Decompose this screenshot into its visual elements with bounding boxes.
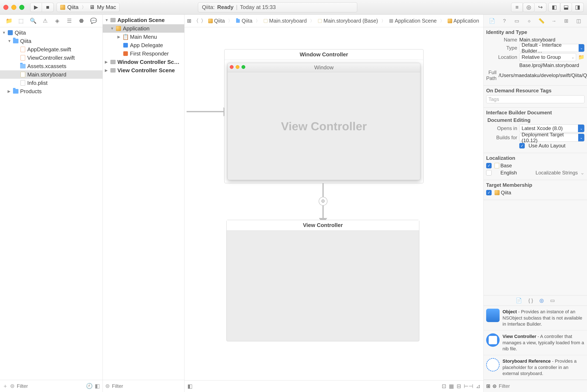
view-controller-scene-box[interactable]: View Controller bbox=[226, 220, 419, 341]
jump-seg-2[interactable]: Main.storyboard bbox=[263, 18, 307, 24]
app-icon bbox=[60, 5, 65, 10]
identity-inspector-tab[interactable]: ▭ bbox=[513, 17, 521, 25]
library-view-mode-icon[interactable]: ⊞ bbox=[486, 383, 490, 389]
loc-base-checkbox[interactable]: ✓ bbox=[486, 163, 492, 168]
stop-button[interactable]: ■ bbox=[42, 3, 54, 12]
close-window-button[interactable] bbox=[3, 5, 9, 10]
target-qiita-checkbox[interactable]: ✓ bbox=[486, 190, 492, 195]
scheme-selector[interactable]: Qiita 〉 🖥 My Mac bbox=[57, 3, 120, 12]
attributes-inspector-tab[interactable]: ⟐ bbox=[525, 17, 533, 25]
debug-navigator-tab[interactable]: ☰ bbox=[65, 17, 74, 25]
symbol-navigator-tab[interactable]: ⬚ bbox=[17, 17, 25, 25]
loc-english-checkbox[interactable] bbox=[486, 170, 492, 176]
assistant-editor-button[interactable]: ◎ bbox=[523, 3, 535, 12]
test-navigator-tab[interactable]: ◈ bbox=[53, 17, 61, 25]
window-controller-scene-box[interactable]: Window Controller Window View Controller bbox=[224, 49, 423, 183]
navigator-tabs: 📁 ⬚ 🔍 ⚠ ◈ ☰ ⬣ 💬 bbox=[0, 15, 103, 27]
file-viewcontroller[interactable]: ViewController.swift bbox=[0, 54, 103, 62]
resolve-button[interactable]: ⊿ bbox=[476, 383, 480, 390]
file-appdelegate[interactable]: AppDelegate.swift bbox=[0, 45, 103, 54]
window-preview[interactable]: Window View Controller bbox=[227, 63, 420, 180]
group-qiita[interactable]: ▼Qiita bbox=[0, 37, 103, 45]
document-outline-tree[interactable]: ▼Application Scene ▼Application ▶📋Main M… bbox=[103, 15, 184, 380]
zoom-actual-button[interactable]: ⊡ bbox=[442, 383, 446, 390]
location-dropdown[interactable]: Relative to Group⌄ bbox=[519, 53, 576, 61]
library-item-object[interactable]: Object - Provides an instance of an NSOb… bbox=[484, 306, 587, 330]
object-library-tab[interactable]: ◎ bbox=[539, 298, 544, 304]
containment-segue-icon[interactable]: ⚙ bbox=[319, 197, 328, 206]
odr-tags-input[interactable]: Tags bbox=[486, 95, 584, 103]
name-value[interactable]: Main.storyboard bbox=[519, 37, 584, 43]
buildsfor-dropdown[interactable]: Deployment Target (10.12)⌄ bbox=[519, 134, 584, 142]
group-products[interactable]: ▶Products bbox=[0, 87, 103, 96]
scene-view-controller[interactable]: ▶View Controller Scene bbox=[103, 66, 184, 74]
type-dropdown[interactable]: Default - Interface Builder…⌄ bbox=[519, 44, 584, 52]
scm-filter-icon[interactable]: ◧ bbox=[95, 383, 100, 389]
navigator-filter-input[interactable] bbox=[17, 383, 84, 389]
library-item-storyboard-ref[interactable]: Storyboard Reference - Provides a placeh… bbox=[484, 355, 587, 380]
window-titlebar: Window bbox=[228, 63, 420, 72]
version-editor-button[interactable]: ↪ bbox=[535, 3, 546, 12]
back-button[interactable]: 〈 bbox=[193, 18, 199, 24]
scene-application[interactable]: ▼Application Scene bbox=[103, 16, 184, 24]
add-button[interactable]: ＋ bbox=[3, 382, 8, 390]
connections-inspector-tab[interactable]: → bbox=[550, 17, 558, 25]
file-assets[interactable]: Assets.xcassets bbox=[0, 62, 103, 70]
outline-filter-input[interactable] bbox=[112, 383, 182, 389]
reveal-in-finder-icon[interactable]: 📁 bbox=[578, 54, 584, 60]
size-inspector-tab[interactable]: 📏 bbox=[537, 17, 545, 25]
run-button[interactable]: ▶ bbox=[30, 3, 42, 12]
toggle-debug-button[interactable]: ⬓ bbox=[560, 3, 572, 12]
file-inspector-tab[interactable]: 📄 bbox=[488, 17, 496, 25]
zoom-window-button[interactable] bbox=[19, 5, 24, 10]
ib-document-section: Interface Builder Document Document Edit… bbox=[484, 108, 587, 153]
initial-scene-arrow[interactable] bbox=[187, 111, 224, 112]
jump-seg-4[interactable]: Application Scene bbox=[389, 18, 437, 24]
file-infoplist[interactable]: Info.plist bbox=[0, 79, 103, 87]
related-items-button[interactable]: ⊞ bbox=[187, 18, 191, 24]
code-snippet-library-tab[interactable]: { } bbox=[528, 298, 533, 304]
outline-main-menu[interactable]: ▶📋Main Menu bbox=[103, 33, 184, 41]
file-main-storyboard[interactable]: Main.storyboard bbox=[0, 70, 103, 79]
file-template-library-tab[interactable]: 📄 bbox=[516, 298, 522, 304]
library-filter-input[interactable] bbox=[499, 383, 584, 389]
quickhelp-inspector-tab[interactable]: ? bbox=[500, 17, 508, 25]
outline-application[interactable]: ▼Application bbox=[103, 24, 184, 33]
report-navigator-tab[interactable]: 💬 bbox=[89, 17, 98, 25]
recent-filter-icon[interactable]: 🕘 bbox=[86, 383, 93, 389]
embed-button[interactable]: ▦ bbox=[449, 383, 454, 390]
opensin-dropdown[interactable]: Latest Xcode (8.0)⌄ bbox=[519, 124, 584, 132]
forward-button[interactable]: 〉 bbox=[201, 18, 206, 24]
toggle-outline-button[interactable]: ◧ bbox=[187, 383, 193, 390]
autolayout-checkbox[interactable]: ✓ bbox=[519, 143, 525, 148]
toggle-inspector-button[interactable]: ◨ bbox=[572, 3, 584, 12]
toggle-navigator-button[interactable]: ◧ bbox=[548, 3, 560, 12]
minimize-window-button[interactable] bbox=[11, 5, 16, 10]
loc-english-kind[interactable]: Localizable Strings bbox=[536, 170, 578, 176]
media-library-tab[interactable]: ▭ bbox=[550, 298, 555, 304]
window-controller-title: Window Controller bbox=[224, 50, 423, 60]
jump-seg-5[interactable]: Application bbox=[448, 18, 479, 24]
project-navigator-tab[interactable]: 📁 bbox=[5, 17, 13, 25]
jump-seg-3[interactable]: Main.storyboard (Base) bbox=[318, 18, 378, 24]
standard-editor-button[interactable]: ≡ bbox=[511, 3, 523, 12]
library-item-view-controller[interactable]: View Controller - A controller that mana… bbox=[484, 330, 587, 355]
pin-button[interactable]: ⊢⊣ bbox=[464, 383, 473, 390]
align-button[interactable]: ⊟ bbox=[457, 383, 461, 390]
object-library-list[interactable]: Object - Provides an instance of an NSOb… bbox=[484, 306, 587, 380]
scene-window-controller[interactable]: ▶Window Controller Sc… bbox=[103, 58, 184, 66]
jump-seg-0[interactable]: Qiita bbox=[208, 18, 225, 24]
bindings-inspector-tab[interactable]: ⊞ bbox=[562, 17, 570, 25]
ib-canvas[interactable]: Window Controller Window View Controller… bbox=[184, 27, 483, 380]
window-title-text: Window bbox=[314, 64, 334, 71]
project-tree[interactable]: ▼Qiita ▼Qiita AppDelegate.swift ViewCont… bbox=[0, 27, 103, 380]
issue-navigator-tab[interactable]: ⚠ bbox=[41, 17, 50, 25]
outline-first-responder[interactable]: First Responder bbox=[103, 50, 184, 58]
find-navigator-tab[interactable]: 🔍 bbox=[29, 17, 37, 25]
jump-seg-1[interactable]: Qiita bbox=[236, 18, 252, 24]
inspector-tabs: 📄 ? ▭ ⟐ 📏 → ⊞ ◫ bbox=[484, 15, 587, 27]
breakpoint-navigator-tab[interactable]: ⬣ bbox=[77, 17, 86, 25]
effects-inspector-tab[interactable]: ◫ bbox=[575, 17, 582, 25]
outline-app-delegate[interactable]: App Delegate bbox=[103, 41, 184, 50]
project-root[interactable]: ▼Qiita bbox=[0, 28, 103, 37]
